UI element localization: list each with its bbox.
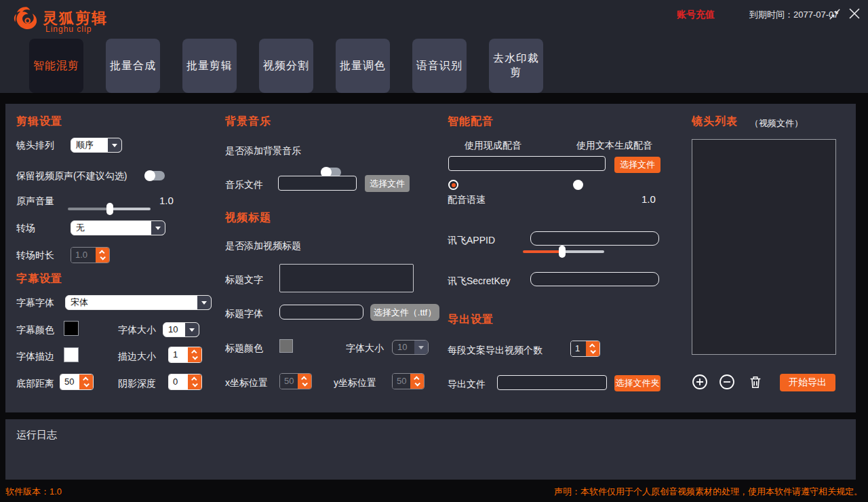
subtitle-settings-heading: 字幕设置 [16, 272, 62, 286]
radio-existing-dub[interactable] [448, 180, 458, 190]
tab-batch-color[interactable]: 批量调色 [336, 39, 390, 93]
export-count-spinner[interactable]: 1 [570, 341, 600, 357]
tab-speech-recognize[interactable]: 语音识别 [412, 39, 467, 93]
tab-video-split[interactable]: 视频分割 [259, 39, 313, 93]
start-export-button[interactable]: 开始导出 [780, 374, 835, 391]
transition-duration-label: 转场时长 [16, 248, 54, 263]
subtitle-font-value: 宋体 [66, 296, 197, 309]
bottom-distance-value: 50 [60, 374, 79, 389]
tab-watermark-crop[interactable]: 去水印裁剪 [489, 39, 543, 93]
minimize-icon[interactable] [827, 7, 842, 22]
volume-value: 1.0 [159, 195, 174, 207]
dub-file-input[interactable] [448, 156, 606, 171]
close-icon[interactable] [846, 5, 863, 22]
title-color-label: 标题颜色 [225, 341, 263, 355]
spinner-arrows-icon[interactable] [586, 341, 599, 356]
transition-duration-spinner[interactable]: 1.0 [71, 247, 110, 263]
spinner-arrows-icon[interactable] [410, 374, 424, 389]
tab-batch-compose[interactable]: 批量合成 [106, 39, 160, 93]
font-stroke-color-swatch[interactable] [64, 347, 79, 362]
tab-batch-edit[interactable]: 批量剪辑 [182, 39, 237, 93]
export-file-label: 导出文件 [448, 376, 486, 391]
export-file-input[interactable] [497, 375, 607, 390]
radio-tts-dub[interactable] [573, 180, 583, 190]
bottom-distance-spinner[interactable]: 50 [60, 374, 94, 390]
title-y-spinner[interactable]: 50 [392, 373, 425, 389]
radio-existing-dub-label: 使用现成配音 [465, 138, 521, 153]
stroke-size-label: 描边大小 [118, 349, 156, 364]
subtitle-size-label: 字体大小 [118, 322, 156, 337]
bgm-heading: 背景音乐 [225, 115, 271, 129]
chevron-down-icon [151, 221, 165, 235]
subtitle-font-label: 字幕字体 [16, 295, 54, 310]
title-color-swatch[interactable] [279, 339, 293, 353]
run-log-panel: 运行日志 [5, 419, 856, 480]
music-file-label: 音乐文件 [225, 177, 263, 192]
shot-order-label: 镜头排列 [16, 138, 54, 153]
app-logo-icon [12, 5, 41, 33]
shot-list-box[interactable] [692, 139, 836, 355]
export-count-label: 每段文案导出视频个数 [448, 343, 542, 358]
export-settings-heading: 导出设置 [448, 313, 494, 327]
dubbing-heading: 智能配音 [448, 115, 494, 129]
subtitle-font-select[interactable]: 宋体 [65, 295, 212, 310]
title-font-input[interactable] [279, 305, 363, 320]
shot-order-value: 顺序 [71, 138, 108, 152]
xunfei-secret-label: 讯飞SecretKey [448, 273, 511, 288]
spinner-arrows-icon[interactable] [79, 374, 93, 389]
tab-smart-mix[interactable]: 智能混剪 [29, 39, 83, 93]
music-file-input[interactable] [278, 176, 357, 191]
dub-speed-slider-handle[interactable] [559, 246, 566, 258]
title-x-value: 50 [280, 374, 298, 389]
title-y-label: y坐标位置 [334, 375, 376, 390]
dub-speed-slider[interactable] [523, 246, 604, 258]
subtitle-color-label: 字幕颜色 [16, 322, 54, 337]
transition-select[interactable]: 无 [71, 220, 165, 235]
choose-music-file-button[interactable]: 选择文件 [365, 175, 410, 192]
subtitle-color-swatch[interactable] [64, 321, 79, 336]
subtitle-size-value: 10 [163, 323, 185, 336]
chevron-down-icon [185, 323, 199, 336]
edit-settings-heading: 剪辑设置 [16, 115, 62, 129]
xunfei-secret-input[interactable] [530, 272, 659, 286]
title-x-label: x坐标位置 [225, 375, 268, 390]
keep-audio-toggle[interactable] [144, 171, 165, 180]
remove-shot-button[interactable] [719, 374, 735, 393]
video-title-heading: 视频标题 [225, 211, 271, 225]
shadow-depth-spinner[interactable]: 0 [168, 374, 202, 390]
spinner-arrows-icon[interactable] [96, 248, 109, 263]
title-size-select[interactable]: 10 [392, 340, 429, 355]
app-subtitle: Linghu clip [45, 24, 92, 34]
transition-value: 无 [71, 221, 151, 235]
stroke-size-spinner[interactable]: 1 [168, 347, 202, 363]
dub-speed-label: 配音语速 [448, 192, 486, 207]
stroke-size-value: 1 [169, 347, 188, 362]
choose-ttf-button[interactable]: 选择文件（.ttf） [370, 304, 439, 321]
spinner-arrows-icon[interactable] [188, 347, 201, 362]
xunfei-appid-input[interactable] [530, 231, 659, 246]
volume-slider[interactable] [68, 203, 151, 215]
add-shot-button[interactable] [692, 374, 708, 393]
title-text-label: 标题文字 [225, 272, 263, 287]
version-text: 软件版本：1.0 [5, 486, 62, 498]
app-window: 灵狐剪辑 Linghu clip 账号充值 到期时间：2077-07-07 智能… [0, 0, 868, 502]
transition-duration-value: 1.0 [71, 248, 96, 263]
choose-export-folder-button[interactable]: 选择文件夹 [614, 375, 660, 391]
spinner-arrows-icon[interactable] [188, 374, 201, 389]
shot-order-select[interactable]: 顺序 [71, 138, 122, 153]
font-stroke-label: 字体描边 [16, 349, 54, 364]
title-text-area[interactable] [279, 264, 414, 292]
subtitle-size-select[interactable]: 10 [163, 322, 199, 337]
transition-label: 转场 [16, 220, 35, 235]
run-log-heading: 运行日志 [16, 429, 57, 442]
volume-label: 原声音量 [16, 193, 54, 208]
account-recharge-link[interactable]: 账号充值 [677, 9, 715, 21]
chevron-down-icon [414, 341, 428, 354]
xunfei-appid-label: 讯飞APPID [448, 233, 495, 248]
keep-audio-label: 保留视频原声(不建议勾选) [16, 168, 127, 183]
volume-slider-handle[interactable] [106, 203, 113, 215]
spinner-arrows-icon[interactable] [298, 374, 311, 389]
choose-dub-file-button[interactable]: 选择文件 [614, 157, 660, 173]
title-x-spinner[interactable]: 50 [279, 373, 312, 389]
trash-icon[interactable] [748, 374, 763, 392]
